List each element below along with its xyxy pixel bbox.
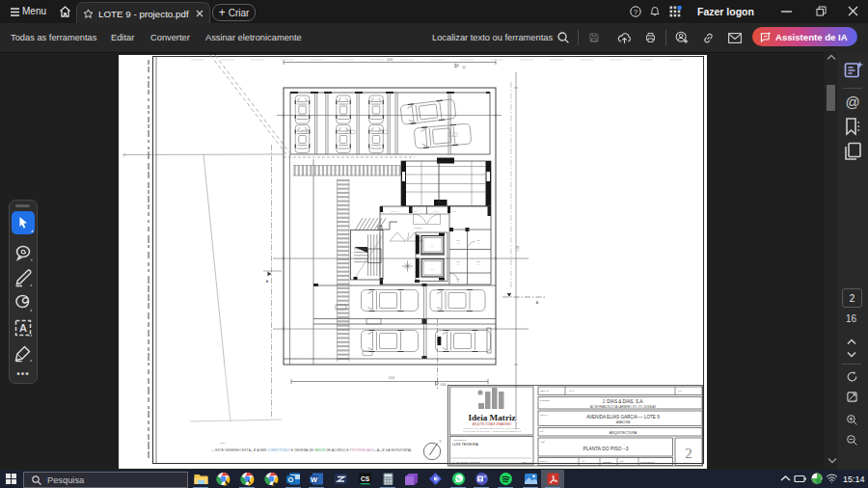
svg-text:B: B xyxy=(350,131,352,133)
svg-text:Nº Fº: Nº Fº xyxy=(569,390,574,392)
svg-text:14.00: 14.00 xyxy=(389,376,395,380)
svg-text:AVENIDA ELIAS GARCIA — LOTE 9: AVENIDA ELIAS GARCIA — LOTE 9 xyxy=(586,415,660,420)
svg-text:B: B xyxy=(452,134,454,136)
svg-text:Bst: Bst xyxy=(476,260,480,262)
svg-text:Prjº: Prjº xyxy=(540,429,544,433)
svg-text:OBRA Nº: OBRA Nº xyxy=(540,390,549,392)
svg-text:0.8: 0.8 xyxy=(431,268,435,270)
svg-text:E-DONO:: E-DONO: xyxy=(540,399,551,402)
svg-text:LOCAL:: LOCAL: xyxy=(540,414,549,417)
svg-text:14.40: 14.40 xyxy=(387,58,393,62)
svg-text:4.3: 4.3 xyxy=(477,242,481,244)
svg-text:J. DIAS & DIAS, S.A.: J. DIAS & DIAS, S.A. xyxy=(602,399,643,404)
svg-text:4Fs: 4Fs xyxy=(678,390,683,392)
svg-text:Data Fº: Data Fº xyxy=(540,460,547,462)
svg-text:14.00: 14.00 xyxy=(516,245,520,252)
svg-text:1975 — 5: 1975 — 5 xyxy=(522,461,532,464)
svg-text:ARQUITECTO:: ARQUITECTO: xyxy=(452,439,467,441)
svg-text:Bst: Bst xyxy=(456,260,460,262)
svg-text:A: A xyxy=(536,301,539,305)
svg-text:1.0 2.1: 1.0 2.1 xyxy=(433,210,440,212)
svg-text:Bst: Bst xyxy=(476,239,480,241)
svg-text:AV. DE FRANCISCO SÁ CARNEIRO,: AV. DE FRANCISCO SÁ CARNEIRO, Nº5, 3º5, … xyxy=(590,405,656,409)
svg-text:A: A xyxy=(266,280,269,284)
svg-text:B: B xyxy=(383,131,385,133)
svg-text:ACCESSO: ACCESSO xyxy=(413,227,422,229)
svg-text:Nº Insc. Ordem Arquitectos: Nº Insc. Ordem Arquitectos xyxy=(452,460,481,464)
svg-text:Telf: 214600345 Fax: 214600346: Telf: 214600345 Fax: 214600346 — PROJECT… xyxy=(463,430,522,433)
svg-text:1.0 2.1: 1.0 2.1 xyxy=(450,210,457,212)
svg-text:ARQUITECTURA E URBANISMO: ARQUITECTURA E URBANISMO xyxy=(473,422,512,426)
svg-text:1/50 Desenho: 1/50 Desenho xyxy=(640,461,655,463)
svg-text:(0): (0) xyxy=(462,66,465,69)
svg-text:1.0 2.1: 1.0 2.1 xyxy=(412,210,419,212)
svg-text:A: A xyxy=(19,322,27,334)
svg-text:0.8: 0.8 xyxy=(431,245,435,247)
svg-text:ARQUITECTURA: ARQUITECTURA xyxy=(610,431,637,435)
svg-text:?: ? xyxy=(634,8,638,16)
svg-text:N: N xyxy=(440,440,442,444)
svg-text:Escª: Escª xyxy=(620,460,624,462)
svg-text:PLANTA DO PISO −3: PLANTA DO PISO −3 xyxy=(583,447,628,451)
svg-text:0.00: 0.00 xyxy=(441,383,447,387)
svg-text:O: O xyxy=(287,475,293,484)
svg-text:— ESTE DESENHO ESTÁ—É A SER CO: — ESTE DESENHO ESTÁ—É A SER CONSTITUÍDO … xyxy=(211,447,412,452)
svg-text:Dsª: Dsª xyxy=(541,440,545,444)
svg-text:4.3: 4.3 xyxy=(477,263,481,265)
svg-text:FEV/20: FEV/20 xyxy=(603,461,611,464)
svg-text:Bst: Bst xyxy=(456,239,460,241)
svg-text:2: 2 xyxy=(685,446,692,461)
svg-text:Bst: Bst xyxy=(456,278,460,280)
svg-text:4.3: 4.3 xyxy=(457,242,461,244)
svg-text:4.3: 4.3 xyxy=(457,281,461,283)
svg-text:AMADORA: AMADORA xyxy=(616,420,630,424)
svg-text:Ideia Matriz: Ideia Matriz xyxy=(468,413,515,422)
svg-text:LUIS TEIXEIRA: LUIS TEIXEIRA xyxy=(452,443,478,447)
svg-text:CS: CS xyxy=(360,475,369,482)
svg-text:4.3: 4.3 xyxy=(457,263,461,265)
svg-text:W: W xyxy=(310,475,317,484)
svg-text:NOTA: NOTA xyxy=(220,442,227,444)
svg-text:1.0 2.1: 1.0 2.1 xyxy=(391,210,397,212)
svg-text:4Fº: 4Fº xyxy=(582,460,584,462)
